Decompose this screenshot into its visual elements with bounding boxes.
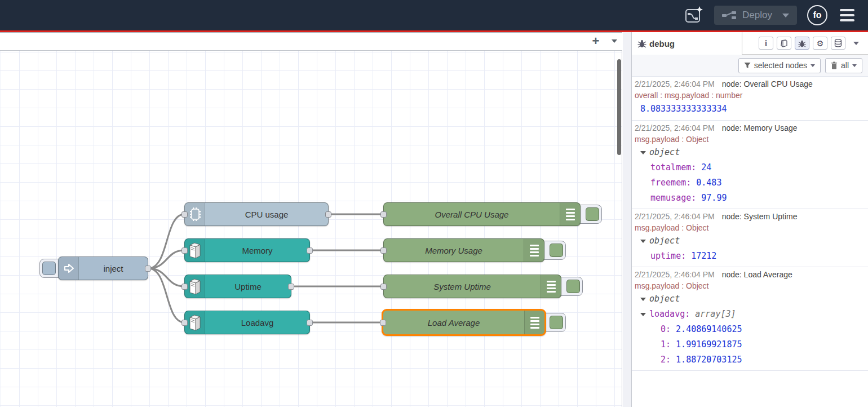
book-icon bbox=[780, 39, 788, 47]
debug-list-icon bbox=[560, 203, 580, 225]
flow-canvas[interactable]: inject CPU usage bbox=[0, 51, 622, 407]
server-tower-icon bbox=[185, 311, 205, 334]
collapse-caret-icon[interactable] bbox=[640, 298, 646, 301]
debug-message-topic: msg.payload : Object bbox=[635, 134, 865, 145]
debug-value: 2.40869140625 bbox=[676, 324, 742, 334]
debug-tab-button[interactable] bbox=[795, 37, 809, 50]
debug-key-value-row: 2: 1.88720703125 bbox=[635, 352, 865, 368]
node-label: Memory bbox=[205, 239, 309, 262]
context-tab-button[interactable] bbox=[831, 37, 845, 50]
server-tower-icon bbox=[185, 275, 205, 298]
sidebar-toolbar: i ⚙ bbox=[759, 37, 863, 50]
deploy-nodes-icon bbox=[722, 11, 737, 20]
flow-node-debug-memory[interactable]: Memory Usage bbox=[383, 238, 544, 262]
debug-value: 97.99 bbox=[701, 193, 727, 203]
debug-input-port[interactable] bbox=[380, 284, 387, 290]
debug-tree-row[interactable]: loadavg: array[3] bbox=[635, 307, 865, 322]
main-menu-button[interactable] bbox=[838, 7, 857, 24]
inject-output-port[interactable] bbox=[145, 266, 151, 272]
debug-array-type: array[3] bbox=[695, 309, 736, 319]
wire-inject-uptime[interactable] bbox=[148, 268, 184, 286]
node-label: Loadavg bbox=[205, 311, 309, 334]
chevron-down-icon bbox=[612, 39, 617, 43]
debug-key: 1: bbox=[661, 339, 676, 350]
sidebar-menu-button[interactable] bbox=[849, 37, 863, 50]
debug-node-name: node: Load Average bbox=[722, 270, 792, 279]
tab-debug[interactable]: debug bbox=[632, 32, 742, 55]
ai-assistant-button[interactable] bbox=[684, 5, 704, 25]
debug-input-port[interactable] bbox=[380, 320, 386, 326]
collapse-caret-icon[interactable] bbox=[640, 240, 646, 243]
uptime-output-port[interactable] bbox=[288, 284, 294, 290]
debug-message-meta: 2/21/2025, 2:46:04 PMnode: Memory Usage bbox=[635, 122, 865, 134]
flow-node-uptime[interactable]: Uptime bbox=[184, 275, 291, 298]
debug-message[interactable]: 2/21/2025, 2:46:04 PMnode: Memory Usagem… bbox=[632, 121, 868, 209]
deploy-button[interactable]: Deploy bbox=[714, 6, 797, 25]
avatar-initials: fo bbox=[813, 10, 821, 20]
debug-message[interactable]: 2/21/2025, 2:46:04 PMnode: Load Averagem… bbox=[632, 267, 868, 371]
memory-input-port[interactable] bbox=[181, 247, 188, 254]
flow-node-loadavg[interactable]: Loadavg bbox=[184, 311, 310, 334]
ai-flow-sparkle-icon bbox=[684, 5, 704, 25]
node-label: System Uptime bbox=[384, 275, 541, 298]
flow-list-button[interactable] bbox=[606, 32, 622, 50]
server-tower-icon bbox=[185, 239, 205, 262]
debug-value: 1.88720703125 bbox=[676, 355, 742, 365]
debug-tree-row[interactable]: object bbox=[635, 233, 865, 249]
canvas-vertical-scrollbar[interactable] bbox=[617, 59, 621, 155]
header-bar: Deploy fo bbox=[0, 0, 868, 30]
workspace-tab-bar bbox=[0, 32, 622, 51]
flow-node-debug-overall-cpu[interactable]: Overall CPU Usage bbox=[383, 202, 581, 226]
debug-input-port[interactable] bbox=[380, 211, 387, 218]
debug-message[interactable]: 2/21/2025, 2:46:04 PMnode: Overall CPU U… bbox=[632, 77, 868, 121]
cpu-chip-icon bbox=[185, 203, 205, 225]
add-flow-button[interactable]: + bbox=[586, 32, 605, 50]
debug-message-meta: 2/21/2025, 2:46:04 PMnode: Overall CPU U… bbox=[635, 78, 865, 90]
debug-key-value-row: memusage: 97.99 bbox=[635, 191, 865, 206]
debug-message[interactable]: 2/21/2025, 2:46:04 PMnode: System Uptime… bbox=[632, 209, 868, 267]
sidebar-tab-bar: debug i bbox=[632, 32, 868, 55]
collapse-caret-icon[interactable] bbox=[640, 151, 646, 154]
clear-messages-button[interactable]: all bbox=[825, 58, 862, 73]
tab-label: debug bbox=[649, 39, 675, 48]
chevron-down-icon bbox=[811, 64, 815, 67]
debug-key-value-row: uptime: 17212 bbox=[635, 249, 865, 264]
config-tab-button[interactable]: ⚙ bbox=[813, 37, 827, 50]
flow-node-cpu-usage[interactable]: CPU usage bbox=[184, 202, 329, 226]
info-tab-button[interactable]: i bbox=[759, 37, 773, 50]
help-tab-button[interactable] bbox=[777, 37, 791, 50]
flow-node-debug-uptime[interactable]: System Uptime bbox=[383, 275, 561, 298]
debug-message-list: 2/21/2025, 2:46:04 PMnode: Overall CPU U… bbox=[632, 76, 868, 407]
debug-key-value-row: 0: 2.40869140625 bbox=[635, 322, 865, 337]
node-label: Uptime bbox=[205, 275, 291, 298]
filter-nodes-button[interactable]: selected nodes bbox=[738, 58, 821, 73]
debug-input-port[interactable] bbox=[380, 247, 387, 254]
sidebar-resize-handle[interactable] bbox=[623, 32, 632, 407]
info-icon: i bbox=[765, 39, 767, 48]
clear-label: all bbox=[841, 61, 849, 70]
user-avatar[interactable]: fo bbox=[807, 5, 827, 25]
debug-node-name: node: System Uptime bbox=[722, 212, 798, 221]
debug-tree-row[interactable]: object bbox=[635, 145, 865, 160]
debug-filter-bar: selected nodes all bbox=[632, 55, 868, 76]
loadavg-output-port[interactable] bbox=[307, 320, 313, 326]
memory-output-port[interactable] bbox=[307, 247, 313, 254]
flow-node-inject[interactable]: inject bbox=[58, 256, 148, 280]
flow-node-memory[interactable]: Memory bbox=[184, 238, 310, 262]
debug-list-icon bbox=[541, 275, 561, 298]
tree-type-label: object bbox=[649, 294, 680, 304]
collapse-caret-icon[interactable] bbox=[640, 313, 646, 316]
debug-timestamp: 2/21/2025, 2:46:04 PM bbox=[635, 270, 715, 279]
uptime-input-port[interactable] bbox=[181, 284, 188, 290]
filter-label: selected nodes bbox=[754, 61, 807, 70]
debug-tree-row[interactable]: object bbox=[635, 291, 865, 307]
debug-key: 2: bbox=[661, 355, 676, 365]
loadavg-input-port[interactable] bbox=[181, 320, 188, 326]
debug-value: 8.083333333333334 bbox=[635, 101, 865, 117]
deploy-label: Deploy bbox=[742, 10, 772, 21]
cpu-output-port[interactable] bbox=[325, 211, 331, 218]
flow-node-debug-loadavg[interactable]: Load Average bbox=[382, 309, 546, 336]
wire-inject-memory[interactable] bbox=[148, 250, 184, 268]
cpu-input-port[interactable] bbox=[181, 211, 188, 218]
debug-value: 0.483 bbox=[696, 178, 721, 188]
